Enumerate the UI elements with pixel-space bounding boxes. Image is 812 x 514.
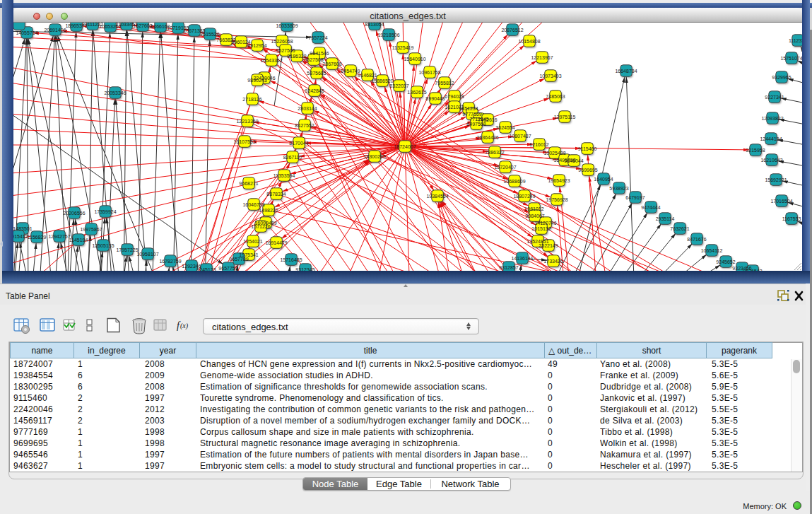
svg-text:9527508: 9527508 [304, 57, 323, 62]
svg-text:9668271: 9668271 [239, 181, 258, 186]
svg-text:9329965: 9329965 [772, 75, 791, 80]
svg-text:8990448: 8990448 [425, 96, 445, 101]
svg-text:3215958: 3215958 [746, 148, 765, 153]
svg-text:7515526: 7515526 [200, 32, 219, 37]
svg-text:18807249: 18807249 [513, 194, 535, 199]
svg-text:1915412: 1915412 [13, 234, 28, 239]
svg-text:12213369: 12213369 [236, 119, 258, 124]
svg-text:15640910: 15640910 [404, 57, 425, 62]
svg-text:1498222: 1498222 [259, 208, 278, 213]
svg-text:1167533: 1167533 [782, 216, 801, 221]
svg-text:9245652: 9245652 [716, 259, 735, 264]
svg-text:12213967: 12213967 [531, 55, 553, 60]
svg-text:26364436: 26364436 [476, 135, 498, 140]
svg-text:10025438: 10025438 [543, 151, 565, 156]
svg-text:10973493: 10973493 [539, 74, 561, 78]
svg-text:3624554: 3624554 [495, 125, 514, 130]
svg-text:9146821: 9146821 [358, 73, 377, 78]
svg-text:1254021: 1254021 [243, 239, 262, 244]
svg-text:2718126: 2718126 [242, 97, 261, 102]
svg-text:9657751: 9657751 [218, 266, 237, 271]
svg-text:20053346: 20053346 [104, 90, 126, 95]
svg-text:15692921: 15692921 [765, 177, 787, 182]
svg-text:9245123: 9245123 [196, 267, 216, 271]
svg-text:14120746: 14120746 [534, 221, 556, 226]
svg-text:2522149: 2522149 [539, 243, 558, 248]
svg-text:20876512: 20876512 [501, 28, 523, 33]
svg-text:16914479: 16914479 [265, 240, 287, 245]
svg-text:9777169: 9777169 [462, 112, 481, 117]
svg-text:6479197: 6479197 [625, 195, 645, 200]
svg-text:8912954: 8912954 [247, 43, 266, 48]
svg-text:8471676: 8471676 [687, 237, 706, 242]
svg-text:1571226: 1571226 [251, 224, 270, 229]
svg-text:1640954: 1640954 [594, 177, 613, 182]
svg-text:6497568: 6497568 [466, 122, 486, 127]
svg-text:1362615: 1362615 [407, 90, 426, 95]
svg-text:17359924: 17359924 [94, 209, 116, 214]
svg-text:1156829: 1156829 [28, 235, 47, 240]
svg-text:18724007: 18724007 [394, 144, 416, 149]
svg-text:1145194: 1145194 [69, 238, 88, 243]
svg-text:1015132: 1015132 [531, 226, 551, 231]
svg-text:9846044: 9846044 [564, 158, 583, 163]
svg-text:(x): (x) [180, 322, 189, 330]
svg-text:9527505: 9527505 [276, 48, 295, 53]
svg-text:2935114: 2935114 [656, 216, 675, 221]
svg-text:12093822: 12093822 [761, 116, 783, 121]
svg-text:17016504: 17016504 [770, 199, 792, 204]
svg-text:7485063: 7485063 [546, 94, 565, 99]
svg-text:19384554: 19384554 [426, 194, 448, 199]
svg-text:15716485: 15716485 [280, 257, 302, 262]
svg-text:1527602: 1527602 [133, 23, 152, 28]
svg-text:1483501: 1483501 [13, 226, 33, 231]
svg-text:15751074: 15751074 [780, 56, 802, 61]
svg-text:10654112: 10654112 [701, 248, 723, 253]
svg-text:9242848: 9242848 [305, 88, 324, 93]
svg-text:20206556: 20206556 [63, 211, 85, 216]
svg-text:16648784: 16648784 [615, 69, 637, 74]
svg-text:19218506: 19218506 [377, 33, 399, 37]
svg-text:12505135: 12505135 [92, 243, 114, 248]
svg-text:20691406: 20691406 [44, 28, 66, 33]
svg-text:19654923: 19654923 [548, 178, 570, 183]
svg-text:18300295: 18300295 [363, 154, 385, 159]
svg-text:10807487: 10807487 [509, 134, 531, 139]
svg-text:9876543: 9876543 [743, 269, 762, 271]
svg-text:14136141: 14136141 [511, 256, 533, 261]
svg-text:9699695: 9699695 [578, 168, 597, 173]
svg-text:12444154: 12444154 [760, 136, 782, 141]
svg-text:19756928: 19756928 [546, 197, 567, 202]
svg-text:10154808: 10154808 [518, 39, 540, 44]
svg-text:6216012: 6216012 [529, 142, 548, 147]
svg-text:9084067: 9084067 [525, 214, 544, 218]
svg-text:11325419: 11325419 [392, 45, 414, 50]
svg-text:19975867: 19975867 [80, 227, 102, 232]
svg-text:9657789: 9657789 [229, 257, 248, 262]
svg-text:16033809: 16033809 [276, 23, 298, 28]
svg-text:9312345: 9312345 [295, 267, 314, 271]
svg-text:2803144: 2803144 [298, 106, 317, 111]
svg-text:8878334: 8878334 [266, 192, 286, 197]
svg-text:1112334: 1112334 [789, 38, 802, 43]
svg-text:9312857: 9312857 [499, 265, 518, 270]
svg-text:9841546: 9841546 [310, 51, 329, 56]
svg-text:9115460: 9115460 [578, 146, 597, 151]
svg-text:10958107: 10958107 [136, 252, 158, 257]
svg-text:10961758: 10961758 [418, 70, 440, 75]
svg-text:15720407: 15720407 [494, 165, 516, 170]
svg-text:16782759: 16782759 [159, 259, 181, 264]
svg-text:6794028: 6794028 [445, 94, 464, 99]
svg-text:8427552: 8427552 [295, 123, 314, 128]
svg-text:9451234: 9451234 [459, 106, 478, 111]
svg-text:1733426: 1733426 [543, 259, 563, 264]
svg-text:7632621: 7632621 [670, 226, 689, 231]
svg-text:8322037: 8322037 [389, 83, 408, 88]
svg-text:7357224: 7357224 [308, 35, 327, 40]
svg-text:16210643: 16210643 [760, 158, 782, 163]
svg-text:5938923: 5938923 [609, 186, 628, 191]
svg-text:17957225: 17957225 [116, 247, 138, 252]
svg-text:16107553: 16107553 [233, 139, 255, 144]
svg-text:1961012: 1961012 [524, 206, 543, 211]
svg-text:9474444: 9474444 [641, 205, 660, 210]
